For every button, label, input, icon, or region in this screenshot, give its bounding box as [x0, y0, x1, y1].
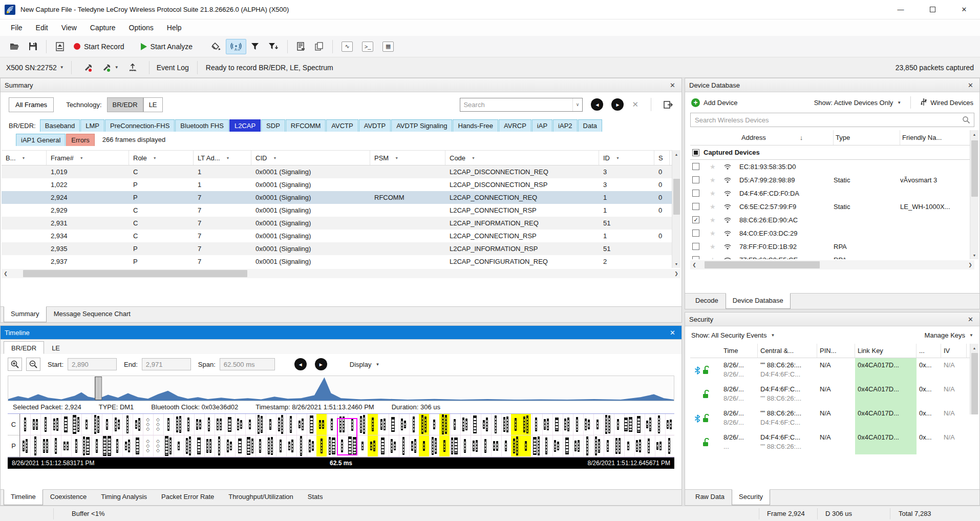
export-results-button[interactable] — [664, 100, 673, 109]
timeline-tab-bredr[interactable]: BR/EDR — [4, 341, 44, 354]
chevron-down-icon[interactable]: ∨ — [572, 98, 580, 111]
search-input[interactable]: Search ∨ — [460, 98, 583, 112]
column-header-time[interactable]: Time — [721, 344, 758, 358]
security-row[interactable]: 8/26/......D4:F4:6F:C..."" 88:C6:26:...N… — [690, 430, 978, 454]
column-header-icons[interactable] — [690, 344, 721, 358]
packet-slot[interactable] — [531, 414, 541, 457]
favorite-star-icon[interactable]: ★ — [710, 176, 716, 184]
favorite-star-icon[interactable]: ★ — [710, 243, 716, 251]
scrollbar-thumb[interactable] — [705, 261, 820, 268]
column-header-psm[interactable]: PSM▼ — [370, 151, 445, 165]
favorite-star-icon[interactable]: ★ — [710, 230, 716, 237]
column-header-friendly-name[interactable]: Friendly Na... — [900, 130, 967, 145]
device-checkbox[interactable] — [692, 190, 699, 197]
column-header-b[interactable]: B...▼ — [2, 151, 47, 165]
device-checkbox[interactable] — [692, 176, 699, 183]
security-row[interactable]: 8/26/...8/26/..."" 88:C6:26:...D4:F4:6F:… — [690, 406, 978, 430]
scroll-right-icon[interactable]: ❯ — [672, 271, 680, 276]
tab-message-sequence-chart[interactable]: Message Sequence Chart — [47, 307, 138, 322]
device-vertical-scrollbar[interactable]: ▲▼ — [970, 130, 978, 259]
table-row[interactable]: 2,929C70x0001 (Signaling)L2CAP_CONNECTIO… — [2, 204, 680, 217]
protocol-tab-baseband[interactable]: Baseband — [40, 119, 80, 132]
tab-timing-analysis[interactable]: Timing Analysis — [94, 490, 154, 505]
display-dropdown[interactable]: Display ▼ — [345, 358, 385, 371]
sort-icon[interactable]: ▼ — [226, 156, 230, 160]
device-checkbox[interactable] — [692, 256, 699, 259]
column-header-type[interactable]: Type — [834, 130, 900, 145]
packet-slot[interactable] — [296, 414, 306, 457]
device-row[interactable]: ★D5:A7:99:28:98:89StaticvÃvosmart 3 — [690, 173, 978, 186]
packet-slot[interactable] — [51, 414, 61, 457]
column-header-id[interactable]: ID▼ — [599, 151, 654, 165]
tab-device-database[interactable]: Device Database — [726, 293, 791, 309]
scroll-down-icon[interactable]: ▼ — [973, 251, 976, 259]
protocol-tab-preconnection-fhs[interactable]: PreConnection-FHS — [105, 119, 175, 132]
show-devices-dropdown[interactable]: Show: Active Devices Only ▼ — [814, 99, 902, 107]
capture-view-button[interactable] — [51, 39, 69, 54]
device-checkbox[interactable] — [692, 230, 699, 237]
packet-slot[interactable] — [491, 414, 501, 457]
zoom-in-button[interactable] — [8, 358, 22, 371]
start-analyze-button[interactable]: Start Analyze — [136, 39, 198, 54]
packet-slot[interactable] — [664, 414, 674, 457]
open-file-button[interactable] — [5, 39, 24, 54]
device-row[interactable]: ★D4:F4:6F:CD:F0:DA — [690, 186, 978, 200]
save-button[interactable] — [24, 39, 42, 54]
menu-capture[interactable]: Capture — [84, 21, 121, 34]
add-device-button[interactable]: + Add Device — [691, 98, 737, 107]
packet-slot[interactable] — [644, 414, 654, 457]
favorite-star-icon[interactable]: ★ — [710, 216, 716, 224]
grid-view-button[interactable]: ▦ — [378, 38, 398, 55]
packet-slot[interactable] — [378, 414, 388, 457]
timeline-tab-le[interactable]: LE — [44, 341, 68, 354]
packet-slot[interactable] — [92, 414, 102, 457]
packet-slot[interactable] — [409, 414, 419, 457]
protocol-tab-l2cap[interactable]: L2CAP — [229, 119, 261, 132]
filter-apply-button[interactable] — [264, 39, 283, 54]
protocol-tab-avdtp-signaling[interactable]: AVDTP Signaling — [391, 119, 452, 132]
clear-button[interactable] — [206, 39, 226, 54]
protocol-tab-avdtp[interactable]: AVDTP — [359, 119, 391, 132]
search-previous-button[interactable]: ◄ — [591, 98, 603, 111]
column-header-ltad[interactable]: LT Ad...▼ — [194, 151, 251, 165]
packet-slot[interactable] — [204, 414, 214, 457]
sort-icon[interactable]: ▼ — [395, 156, 398, 160]
favorite-star-icon[interactable]: ★ — [710, 163, 716, 171]
wired-devices-button[interactable]: Wired Devices — [920, 98, 973, 107]
manage-keys-dropdown[interactable]: Manage Keys ▼ — [925, 331, 973, 339]
device-row[interactable]: ★EC:81:93:58:35:D0 — [690, 160, 978, 173]
show-security-events-dropdown[interactable]: Show: All Security Events ▼ — [691, 331, 775, 339]
device-row[interactable]: ★84:C0:EF:03:DC:29 — [690, 226, 978, 240]
tab-coexistence[interactable]: Coexistence — [43, 490, 94, 505]
protocol-tab-rfcomm[interactable]: RFCOMM — [286, 119, 326, 132]
tab-stats[interactable]: Stats — [301, 490, 330, 505]
table-row[interactable]: 2,934C70x0001 (Signaling)L2CAP_CONNECTIO… — [2, 230, 680, 242]
column-header-central[interactable]: Central &... — [758, 344, 817, 358]
column-header-role[interactable]: Role▼ — [129, 151, 194, 165]
summary-horizontal-scrollbar[interactable]: ❮ ❯ — [2, 269, 680, 278]
packet-slot[interactable] — [286, 414, 296, 457]
column-header-pin[interactable]: PIN... — [817, 344, 855, 358]
packet-slot[interactable] — [460, 414, 470, 457]
packet-slot[interactable] — [275, 414, 286, 457]
scroll-left-icon[interactable]: ❮ — [690, 262, 698, 267]
analyze-settings-button[interactable]: ▼ — [97, 60, 123, 75]
packet-slot[interactable] — [654, 414, 664, 457]
protocol-tab-sdp[interactable]: SDP — [261, 119, 285, 132]
column-header-[interactable]: ... — [917, 344, 941, 358]
zoom-out-button[interactable] — [26, 358, 40, 371]
column-header-cid[interactable]: CID▼ — [251, 151, 370, 165]
security-row[interactable]: 8/26/...8/26/...D4:F4:6F:C..."" 88:C6:26… — [690, 382, 978, 406]
favorite-star-icon[interactable]: ★ — [710, 203, 716, 211]
device-search-input[interactable]: Search Wireless Devices — [690, 113, 974, 127]
packet-slot[interactable] — [501, 414, 511, 457]
packet-slot[interactable] — [235, 414, 245, 457]
packet-slot[interactable] — [20, 414, 30, 457]
packet-slot[interactable] — [255, 414, 265, 457]
highlighted-packet-slot[interactable] — [439, 414, 450, 457]
scrollbar-thumb[interactable] — [971, 140, 978, 197]
event-log-button[interactable]: Event Log — [157, 64, 189, 72]
highlighted-packet-slot[interactable] — [521, 414, 531, 457]
packet-slot[interactable] — [133, 414, 143, 457]
packet-slot[interactable] — [81, 414, 92, 457]
